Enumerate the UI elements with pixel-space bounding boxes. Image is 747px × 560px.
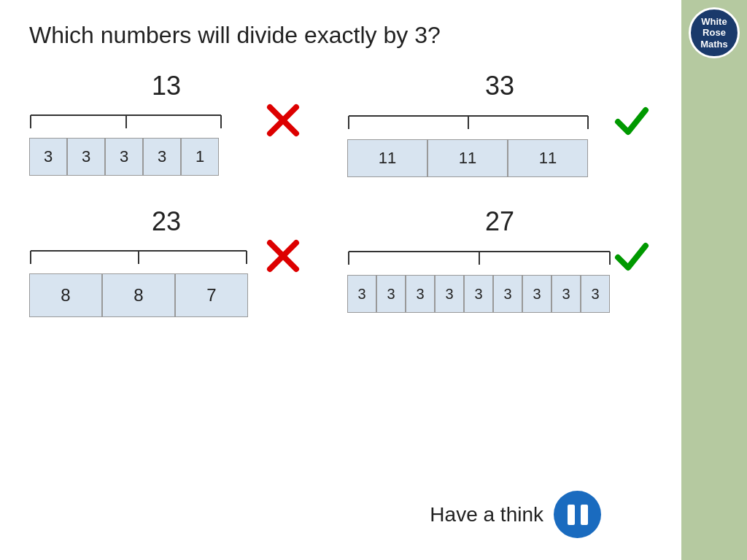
white-rose-maths-logo: White Rose Maths (689, 7, 740, 58)
example-13: 13 3 (29, 71, 303, 177)
example-33-bracket-row (347, 103, 652, 139)
cell-27-2: 3 (406, 275, 435, 313)
cell-33-2: 11 (508, 139, 588, 177)
cell-13-2: 3 (105, 138, 143, 176)
example-13-bracket (29, 108, 263, 133)
cell-23-1: 8 (102, 273, 175, 317)
example-13-number: 13 (29, 71, 303, 101)
example-23-cells: 8 8 7 (29, 273, 303, 317)
example-27: 27 3 3 3 (347, 206, 652, 317)
cell-23-0: 8 (29, 273, 102, 317)
cell-33-0: 11 (347, 139, 427, 177)
check-icon-33 (614, 103, 650, 139)
cell-27-6: 3 (522, 275, 551, 313)
cell-27-3: 3 (435, 275, 464, 313)
example-23-bracket (29, 244, 263, 268)
example-13-bracket-row (29, 103, 303, 138)
examples-grid: 13 3 (29, 71, 652, 317)
bracket-33-svg (347, 109, 589, 131)
logo-line2: Rose (703, 27, 726, 39)
cell-27-1: 3 (376, 275, 406, 313)
cell-27-0: 3 (347, 275, 376, 313)
example-33-result-icon (611, 103, 652, 139)
example-33-bracket (347, 109, 611, 133)
example-23-bracket-row (29, 238, 303, 273)
example-33-number: 33 (347, 71, 652, 101)
have-a-think-section: Have a think (430, 491, 601, 538)
pause-bar-left (568, 505, 575, 525)
cell-13-1: 3 (67, 138, 105, 176)
cell-13-4: 1 (181, 138, 219, 176)
bracket-27-svg (347, 244, 611, 266)
logo-line1: White (701, 16, 727, 28)
cell-27-8: 3 (581, 275, 610, 313)
example-27-bracket (347, 244, 611, 269)
cell-27-4: 3 (464, 275, 493, 313)
example-23-number: 23 (29, 206, 303, 237)
example-13-cells: 3 3 3 3 1 (29, 138, 303, 176)
cross-icon-13 (266, 103, 301, 138)
check-icon-27 (614, 238, 650, 275)
bracket-13-svg (29, 108, 222, 130)
example-27-cells: 3 3 3 3 3 3 3 3 3 (347, 275, 652, 313)
cell-27-7: 3 (551, 275, 581, 313)
cell-23-2: 7 (175, 273, 248, 317)
example-27-result-icon (611, 238, 652, 275)
cell-27-5: 3 (493, 275, 522, 313)
pause-button-icon[interactable] (554, 491, 601, 538)
example-23: 23 8 (29, 206, 303, 317)
example-27-number: 27 (347, 206, 652, 237)
cell-33-1: 11 (427, 139, 508, 177)
bracket-23-svg (29, 244, 248, 265)
cross-icon-23 (266, 238, 301, 273)
logo-line3: Maths (700, 39, 728, 50)
example-23-result-icon (263, 238, 303, 273)
cell-13-0: 3 (29, 138, 67, 176)
pause-bar-right (581, 505, 588, 525)
pause-bars (568, 505, 588, 525)
cell-13-3: 3 (143, 138, 181, 176)
example-27-bracket-row (347, 238, 652, 275)
example-33-cells: 11 11 11 (347, 139, 652, 177)
main-content: Which numbers will divide exactly by 3? … (0, 0, 681, 560)
question-title: Which numbers will divide exactly by 3? (29, 22, 652, 49)
have-a-think-text: Have a think (430, 503, 543, 526)
sidebar: White Rose Maths (681, 0, 747, 560)
example-33: 33 11 11 1 (347, 71, 652, 177)
example-13-result-icon (263, 103, 303, 138)
